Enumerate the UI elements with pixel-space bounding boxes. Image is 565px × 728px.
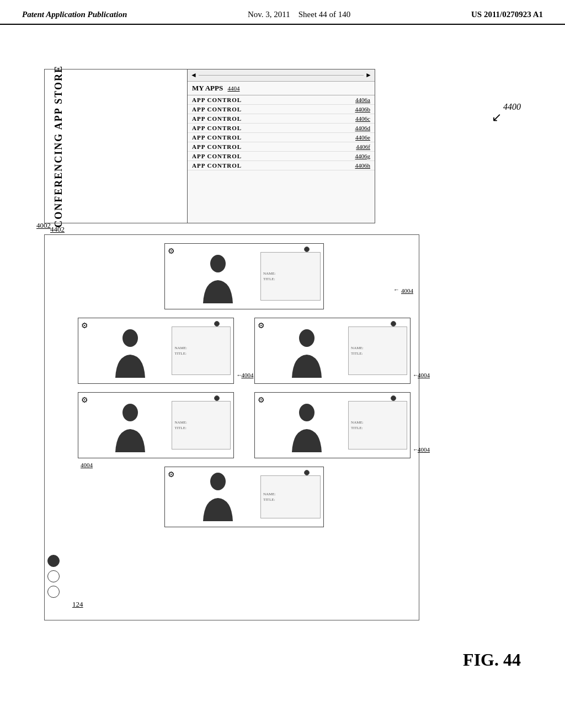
ref-arrow-mid-left: ← <box>236 372 242 378</box>
video-tile-mid-right: ⚙ NAME: TITLE: <box>254 318 411 384</box>
person-svg-bot-right <box>287 403 326 452</box>
app-row-label-1: APP CONTROL <box>192 97 351 103</box>
scroll-line <box>199 75 364 76</box>
app-row-7: APP CONTROL 4406g <box>188 152 375 161</box>
person-bot-center <box>170 473 265 521</box>
dot-bot-left <box>214 395 220 401</box>
video-tile-bot-left: ⚙ NAME: TITLE: <box>78 392 234 458</box>
person-svg-mid-left <box>111 328 150 378</box>
app-row-ref-4: 4406d <box>355 125 371 131</box>
app-row-ref-2: 4406b <box>355 106 371 113</box>
person-svg-bot-left <box>111 403 150 452</box>
tile-info-line-2: TITLE: <box>263 277 318 281</box>
apps-panel: ◄ ► MY APPS 4404 APP CONTROL 4406a APP C… <box>187 69 375 223</box>
app-row-ref-1: 4406a <box>355 97 370 103</box>
scroll-right-arrow[interactable]: ► <box>365 71 372 79</box>
app-row-2: APP CONTROL 4406b <box>188 105 375 114</box>
tile-info-bot-center: NAME: TITLE: <box>260 475 321 518</box>
app-row-label-5: APP CONTROL <box>192 134 351 141</box>
app-row-label-8: APP CONTROL <box>192 162 351 169</box>
tile-info-mid-left: NAME: TITLE: <box>172 326 231 375</box>
app-row-ref-6: 4406f <box>356 143 370 150</box>
tile-info-ml-2: TITLE: <box>174 351 228 356</box>
svg-point-1 <box>122 329 138 347</box>
person-bot-left <box>84 398 177 452</box>
circle-filled <box>47 555 60 567</box>
tile-bot-left-container: ⚙ NAME: TITLE: <box>78 392 234 458</box>
tile-info-bl-2: TITLE: <box>174 426 228 430</box>
tile-info-br-1: NAME: <box>351 420 404 425</box>
app-row-ref-8: 4406h <box>355 162 371 169</box>
tile-info-ml-1: NAME: <box>174 346 228 350</box>
video-tile-bot-right: ⚙ NAME: TITLE: <box>254 392 411 458</box>
app-row-label-6: APP CONTROL <box>192 143 351 150</box>
ref-4402: 4402 <box>50 225 65 234</box>
tile-info-bot-right: NAME: TITLE: <box>348 401 407 449</box>
svg-point-3 <box>122 404 138 421</box>
circles-container <box>47 555 60 598</box>
ref-4004-top: 4004 <box>401 287 413 294</box>
scroll-bar: ◄ ► <box>188 69 375 82</box>
dot-mid-left <box>214 321 220 326</box>
ref-arrow-mid-right: ← <box>413 372 419 378</box>
tile-info-mr-1: NAME: <box>351 346 404 350</box>
tile-bot-center-container: ⚙ NAME: TITLE: <box>164 467 324 527</box>
tile-info-bl-1: NAME: <box>174 420 228 425</box>
diagram-area: 4400 ↙ FIG. 44 CONFERENCING APP STORE 44… <box>33 69 532 687</box>
sheet-text: Sheet 44 of 140 <box>299 10 351 19</box>
vertical-text-container: CONFERENCING APP STORE 4402 <box>45 69 72 223</box>
video-tile-mid-left: ⚙ NAME: TITLE: <box>78 318 234 384</box>
tile-info-bc-1: NAME: <box>263 492 318 496</box>
circle-1 <box>47 570 60 582</box>
person-top <box>170 249 265 303</box>
person-mid-right <box>260 324 354 378</box>
bottom-panel: 124 4002 ⚙ <box>44 234 419 620</box>
conferencing-label: CONFERENCING APP STORE <box>53 65 65 228</box>
video-tile-bot-center: ⚙ NAME: TITLE: <box>164 467 324 527</box>
ref-4400: 4400 <box>503 102 521 112</box>
app-row-label-7: APP CONTROL <box>192 153 351 159</box>
svg-point-4 <box>299 404 315 421</box>
dot-top <box>304 247 310 252</box>
tile-info-bot-left: NAME: TITLE: <box>172 401 231 449</box>
tile-left-container: ⚙ NAME: TITLE: <box>78 318 234 384</box>
tile-row-2: ⚙ NAME: TITLE: <box>78 318 411 384</box>
ref-4400-arrow: ↙ <box>492 110 502 125</box>
tile-row-3: ⚙ NAME: TITLE: <box>78 392 411 458</box>
date-label: Nov. 3, 2011 Sheet 44 of 140 <box>248 10 350 19</box>
my-apps-label: MY APPS <box>192 84 223 92</box>
svg-point-5 <box>210 473 226 490</box>
app-row-8: APP CONTROL 4406h <box>188 161 375 170</box>
app-row-label-2: APP CONTROL <box>192 106 351 113</box>
app-row-5: APP CONTROL 4406e <box>188 133 375 142</box>
tile-info-mid-right: NAME: TITLE: <box>348 326 407 375</box>
person-mid-left <box>84 324 177 378</box>
top-panel: CONFERENCING APP STORE 4402 ◄ ► MY APPS … <box>44 69 375 223</box>
tile-row-1: ⚙ NAME: TITLE: <box>78 243 411 309</box>
scroll-left-arrow[interactable]: ◄ <box>190 71 197 79</box>
app-row-ref-5: 4406e <box>355 134 370 141</box>
dot-bot-center <box>304 470 310 475</box>
person-svg-mid-right <box>287 328 326 378</box>
tiles-area: ⚙ NAME: TITLE: <box>78 243 411 612</box>
tile-info-top: NAME: TITLE: <box>260 252 321 301</box>
main-content: 4400 ↙ FIG. 44 CONFERENCING APP STORE 44… <box>0 25 565 720</box>
dot-bot-right <box>391 395 396 401</box>
tile-info-mr-2: TITLE: <box>351 351 404 356</box>
app-row-3: APP CONTROL 4406c <box>188 114 375 124</box>
ref-4002: 4002 <box>36 221 51 230</box>
tile-row-4: ⚙ NAME: TITLE: <box>78 467 411 527</box>
svg-point-2 <box>299 329 315 347</box>
person-svg-bot-center <box>199 472 237 521</box>
ref-arrow-bot-right: ← <box>413 446 419 453</box>
circle-2 <box>47 586 60 598</box>
svg-point-0 <box>210 255 226 272</box>
patent-number: US 2011/0270923 A1 <box>471 10 543 19</box>
person-svg-top <box>199 254 237 303</box>
figure-label: FIG. 44 <box>463 650 521 670</box>
app-row-1: APP CONTROL 4406a <box>188 95 375 105</box>
ref-4004-top-arrow: ← <box>393 286 399 293</box>
app-row-label-3: APP CONTROL <box>192 115 351 122</box>
app-row-6: APP CONTROL 4406f <box>188 142 375 152</box>
page-header: Patent Application Publication Nov. 3, 2… <box>0 0 565 25</box>
